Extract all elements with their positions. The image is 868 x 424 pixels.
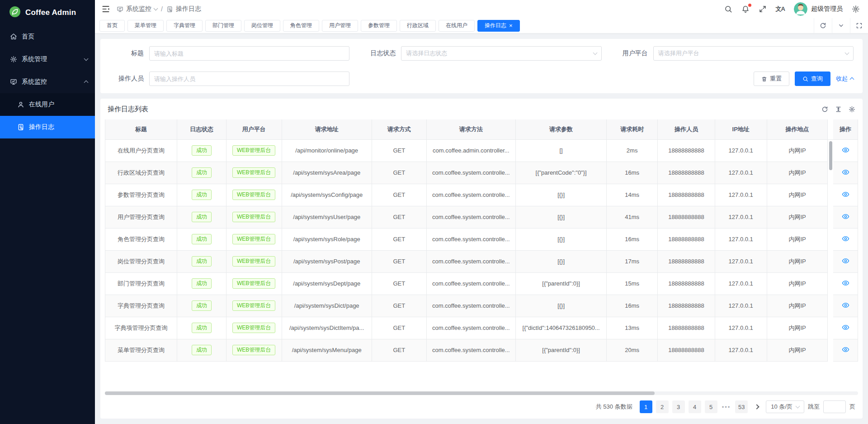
page-button-3[interactable]: 3 xyxy=(672,400,685,413)
page-button-53[interactable]: 53 xyxy=(735,400,748,413)
search-icon[interactable] xyxy=(724,5,732,13)
page-button-1[interactable]: 1 xyxy=(640,400,652,413)
tab-操作日志[interactable]: 操作日志× xyxy=(477,20,520,32)
chevron-down-icon[interactable] xyxy=(832,18,850,33)
vertical-scrollbar-thumb[interactable] xyxy=(829,141,832,170)
maximize-icon[interactable] xyxy=(850,18,868,33)
chevron-up-icon xyxy=(84,81,89,85)
column-header: 用户平台 xyxy=(226,119,282,139)
cell-operator: 18888888888 xyxy=(658,184,715,206)
search-actions: 重置 查询 收起 xyxy=(361,71,854,86)
settings-gear-icon[interactable] xyxy=(852,5,860,13)
sidebar-item-system-monitor[interactable]: 系统监控 xyxy=(0,71,95,93)
breadcrumb-parent[interactable]: 系统监控 xyxy=(126,5,151,13)
translate-icon[interactable]: 文A xyxy=(776,5,785,13)
status-badge: 成功 xyxy=(192,145,212,156)
cell-platform: WEB管理后台 xyxy=(226,206,282,228)
page-button-5[interactable]: 5 xyxy=(705,400,717,413)
tab-首页[interactable]: 首页 xyxy=(99,20,125,32)
tab-字典管理[interactable]: 字典管理 xyxy=(166,20,203,32)
page-button-4[interactable]: 4 xyxy=(689,400,701,413)
user-icon xyxy=(17,101,24,108)
view-detail-eye-icon[interactable] xyxy=(842,168,849,176)
fullscreen-icon[interactable] xyxy=(759,5,767,13)
column-settings-gear-icon[interactable] xyxy=(849,106,855,113)
cell-method: GET xyxy=(372,339,426,361)
field-operator: 操作人员 xyxy=(109,71,349,86)
cell-operator: 18888888888 xyxy=(658,162,715,184)
cell-operator: 18888888888 xyxy=(658,272,715,295)
sidebar-item-label: 系统监控 xyxy=(22,78,80,86)
cell-ip: 127.0.0.1 xyxy=(715,162,767,184)
cell-status: 成功 xyxy=(177,317,226,339)
jump-page-input[interactable] xyxy=(823,400,846,413)
cell-status: 成功 xyxy=(177,206,226,228)
column-header: 操作 xyxy=(833,119,858,139)
view-detail-eye-icon[interactable] xyxy=(842,301,849,309)
card-tools xyxy=(821,106,855,113)
cell-duration: 15ms xyxy=(607,272,658,295)
tab-行政区域[interactable]: 行政区域 xyxy=(400,20,436,32)
next-page-button[interactable] xyxy=(751,400,762,413)
page-button-2[interactable]: 2 xyxy=(656,400,669,413)
tab-菜单管理[interactable]: 菜单管理 xyxy=(127,20,164,32)
query-button[interactable]: 查询 xyxy=(795,71,830,86)
cell-status: 成功 xyxy=(177,184,226,206)
cell-duration: 2ms xyxy=(607,139,658,162)
cell-params: [{}] xyxy=(515,295,606,317)
user-platform-select[interactable]: 请选择用户平台 xyxy=(653,46,854,61)
refresh-icon[interactable] xyxy=(814,18,832,33)
sidebar-item-home[interactable]: 首页 xyxy=(0,25,95,48)
sidebar-item-system-management[interactable]: 系统管理 xyxy=(0,48,95,71)
sidebar-fold-icon[interactable] xyxy=(101,5,110,14)
view-detail-eye-icon[interactable] xyxy=(842,257,849,265)
logo[interactable]: Coffee Admin xyxy=(0,0,95,25)
cell-status: 成功 xyxy=(177,295,226,317)
tab-在线用户[interactable]: 在线用户 xyxy=(439,20,475,32)
view-detail-eye-icon[interactable] xyxy=(842,146,849,154)
tab-参数管理[interactable]: 参数管理 xyxy=(361,20,397,32)
notification-bell-icon[interactable] xyxy=(741,5,750,13)
cell-title: 用户管理分页查询 xyxy=(105,206,177,228)
view-detail-eye-icon[interactable] xyxy=(842,279,849,287)
cell-status: 成功 xyxy=(177,339,226,361)
collapse-link[interactable]: 收起 xyxy=(836,75,854,83)
cell-method: GET xyxy=(372,206,426,228)
view-detail-eye-icon[interactable] xyxy=(842,324,849,331)
tab-岗位管理[interactable]: 岗位管理 xyxy=(244,20,280,32)
refresh-icon[interactable] xyxy=(821,106,828,113)
cell-params: [{"parentId":0}] xyxy=(515,339,606,361)
horizontal-scrollbar-thumb[interactable] xyxy=(105,391,655,395)
sidebar-item-online-users[interactable]: 在线用户 xyxy=(0,93,95,116)
cell-operator: 18888888888 xyxy=(658,228,715,250)
sidebar-item-operation-logs[interactable]: 操作日志 xyxy=(0,116,95,138)
platform-badge: WEB管理后台 xyxy=(232,190,275,200)
view-detail-eye-icon[interactable] xyxy=(842,346,849,353)
cell-ip: 127.0.0.1 xyxy=(715,139,767,162)
view-detail-eye-icon[interactable] xyxy=(842,191,849,198)
page-size-select[interactable]: 10 条/页 xyxy=(766,400,804,413)
tab-角色管理[interactable]: 角色管理 xyxy=(283,20,319,32)
status-badge: 成功 xyxy=(192,212,212,223)
user-menu[interactable]: 超级管理员 xyxy=(794,2,843,16)
view-detail-eye-icon[interactable] xyxy=(842,235,849,243)
cell-url: /api/system/sysConfig/page xyxy=(282,184,372,206)
cell-operator: 18888888888 xyxy=(658,206,715,228)
table-row: 部门管理分页查询成功WEB管理后台/api/system/sysDept/pag… xyxy=(105,272,858,295)
search-form-card: 标题 日志状态 请选择日志状态 用户平台 请选择用户平台 xyxy=(100,39,863,93)
chevron-down-icon xyxy=(796,404,800,409)
row-density-icon[interactable] xyxy=(835,106,842,113)
reset-button[interactable]: 重置 xyxy=(754,71,789,86)
log-status-select[interactable]: 请选择日志状态 xyxy=(401,46,601,61)
tab-用户管理[interactable]: 用户管理 xyxy=(322,20,358,32)
tab-close-icon[interactable]: × xyxy=(509,23,513,29)
cell-url: /api/system/sysDict/page xyxy=(282,295,372,317)
cell-ip: 127.0.0.1 xyxy=(715,206,767,228)
title-input[interactable] xyxy=(149,46,349,61)
cell-title: 菜单管理分页查询 xyxy=(105,339,177,361)
cell-title: 岗位管理分页查询 xyxy=(105,250,177,272)
cell-operator: 18888888888 xyxy=(658,339,715,361)
operator-input[interactable] xyxy=(149,71,349,86)
view-detail-eye-icon[interactable] xyxy=(842,213,849,220)
tab-部门管理[interactable]: 部门管理 xyxy=(205,20,241,32)
